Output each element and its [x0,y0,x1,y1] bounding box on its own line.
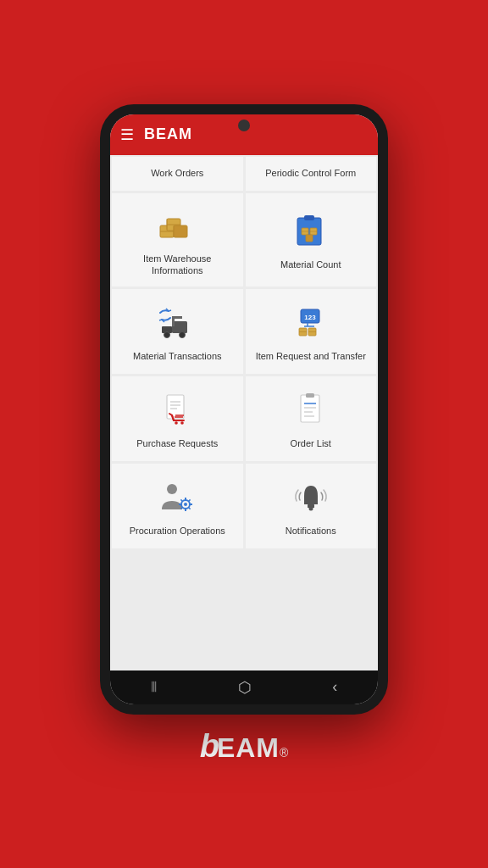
item-warehouse-icon [155,205,199,246]
svg-line-49 [181,499,183,501]
grid-item-purchase-requests[interactable]: Purchase Requests [112,376,243,461]
hamburger-icon[interactable]: ☰ [120,125,134,144]
grid-item-notifications[interactable]: Notifications [246,464,377,548]
procuration-operations-label: Procuration Operations [130,525,225,537]
svg-point-44 [184,503,187,506]
phone-screen: ☰ BEAM Work Orders Periodic Control Form [110,114,378,704]
brand-registered: ® [280,746,288,760]
notifications-label: Notifications [286,525,336,537]
svg-point-54 [308,506,313,510]
svg-line-50 [189,507,191,509]
app-title: BEAM [144,125,192,143]
svg-rect-8 [304,215,314,220]
recent-nav-icon[interactable]: ⦀ [151,678,158,696]
grid-scroll[interactable]: Work Orders Periodic Control Form [110,155,378,670]
grid-item-item-request[interactable]: 123 Item Request and Transfer [246,289,377,374]
notch [238,120,250,131]
periodic-control-label: Periodic Control Form [265,167,356,179]
material-count-label: Material Count [280,259,341,270]
svg-text:123: 123 [304,314,316,321]
notifications-icon [289,477,333,518]
svg-rect-37 [306,393,314,398]
svg-rect-11 [306,235,313,242]
grid-item-item-warehouse[interactable]: Item Warehouse Informations [112,193,243,287]
grid-item-procuration[interactable]: Procuration Operations [112,464,243,548]
svg-rect-36 [301,395,319,422]
order-list-icon [289,390,333,431]
material-transactions-label: Material Transactions [133,350,222,362]
svg-point-42 [167,484,177,494]
item-warehouse-label: Item Warehouse Informations [119,253,236,277]
purchase-requests-label: Purchase Requests [136,437,218,449]
purchase-requests-icon [155,390,199,431]
material-count-icon [289,211,333,252]
grid-item-material-transactions[interactable]: Material Transactions [112,289,243,374]
svg-rect-19 [172,316,182,319]
svg-point-34 [175,421,178,425]
svg-line-51 [189,499,191,501]
grid-item-order-list[interactable]: Order List [246,376,377,461]
phone-wrapper: ☰ BEAM Work Orders Periodic Control Form [100,104,388,715]
procuration-operations-icon [155,477,199,518]
grid-item-material-count[interactable]: Material Count [246,193,377,287]
work-orders-label: Work Orders [151,167,203,179]
item-request-transfer-icon: 123 [289,303,333,343]
svg-point-35 [180,421,184,425]
svg-point-17 [180,331,186,337]
home-nav-icon[interactable]: ⬡ [238,678,252,697]
grid-item-work-orders[interactable]: Work Orders [112,157,243,191]
item-request-label: Item Request and Transfer [256,350,366,362]
grid-item-periodic-control[interactable]: Periodic Control Form [246,157,377,191]
material-transactions-icon [155,303,199,343]
brand-text: EAM [217,732,280,764]
svg-rect-2 [174,225,187,237]
back-nav-icon[interactable]: ‹ [332,678,337,696]
nav-bar: ⦀ ⬡ ‹ [110,670,378,704]
svg-point-16 [164,331,170,337]
order-list-label: Order List [291,437,331,449]
brand-bottom: b EAM ® [200,728,289,765]
